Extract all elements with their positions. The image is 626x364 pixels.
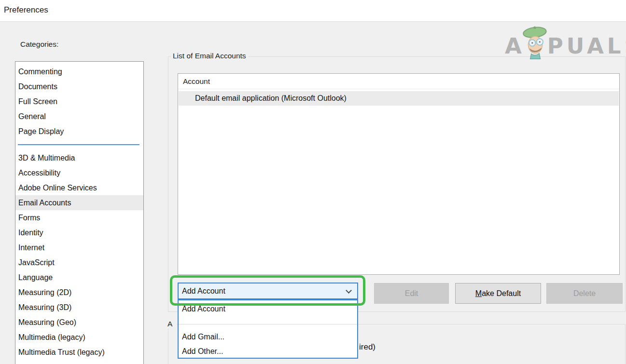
category-item-page-display[interactable]: Page Display (15, 124, 143, 139)
window-title: Preferences (4, 5, 48, 15)
chevron-down-icon (346, 287, 352, 294)
menu-item-add-account[interactable]: Add Account (179, 302, 357, 316)
category-item-multimedia-trust-legacy[interactable]: Multimedia Trust (legacy) (15, 345, 143, 360)
delete-button[interactable]: Delete (546, 283, 623, 304)
menu-item-add-gmail[interactable]: Add Gmail... (179, 330, 357, 344)
edit-button[interactable]: Edit (374, 283, 449, 304)
category-item-javascript[interactable]: JavaScript (15, 255, 143, 270)
account-table: Account Default email application (Micro… (178, 73, 620, 275)
categories-listbox: Commenting Documents Full Screen General… (15, 61, 144, 364)
categories-label: Categories: (20, 40, 58, 49)
category-item-accessibility[interactable]: Accessibility (15, 165, 143, 180)
menu-separator (179, 324, 357, 324)
appuals-mascot-icon (521, 26, 549, 60)
combobox-value: Add Account (182, 283, 225, 298)
add-account-combobox[interactable]: Add Account (178, 283, 358, 299)
account-column-header: Account (178, 74, 619, 89)
required-text-fragment: ired) (359, 342, 376, 352)
email-accounts-group-title: List of Email Accounts (171, 52, 248, 60)
menu-item-add-other[interactable]: Add Other... (179, 345, 357, 358)
category-item-multimedia-legacy[interactable]: Multimedia (legacy) (15, 330, 143, 345)
make-default-button[interactable]: Make Default (455, 283, 541, 304)
category-item-measuring-2d[interactable]: Measuring (2D) (15, 285, 143, 300)
category-item-measuring-3d[interactable]: Measuring (3D) (15, 300, 143, 315)
category-item-reading[interactable]: Reading (15, 360, 143, 364)
category-item-measuring-geo[interactable]: Measuring (Geo) (15, 315, 143, 330)
account-row-default-email[interactable]: Default email application (Microsoft Out… (179, 91, 619, 106)
preferences-dialog: Preferences A PUALS Categories: Commenti… (0, 0, 626, 364)
category-item-email-accounts[interactable]: Email Accounts (15, 195, 143, 210)
appuals-logo: A PUALS (505, 31, 626, 62)
category-item-general[interactable]: General (15, 109, 143, 124)
categories-separator (18, 144, 139, 145)
category-item-language[interactable]: Language (15, 270, 143, 285)
category-item-forms[interactable]: Forms (15, 210, 143, 225)
appuals-brand-rest: PUALS (547, 31, 626, 62)
category-item-3d-multimedia[interactable]: 3D & Multimedia (15, 150, 143, 165)
category-item-documents[interactable]: Documents (15, 79, 143, 94)
category-item-commenting[interactable]: Commenting (15, 64, 143, 79)
titlebar: Preferences (0, 0, 626, 22)
partial-lower-group-label: A (167, 320, 177, 328)
category-item-adobe-online-services[interactable]: Adobe Online Services (15, 180, 143, 195)
category-item-internet[interactable]: Internet (15, 240, 143, 255)
category-item-identity[interactable]: Identity (15, 225, 143, 240)
add-account-menu: Add Account Add Gmail... Add Other... (178, 299, 358, 359)
category-item-full-screen[interactable]: Full Screen (15, 94, 143, 109)
